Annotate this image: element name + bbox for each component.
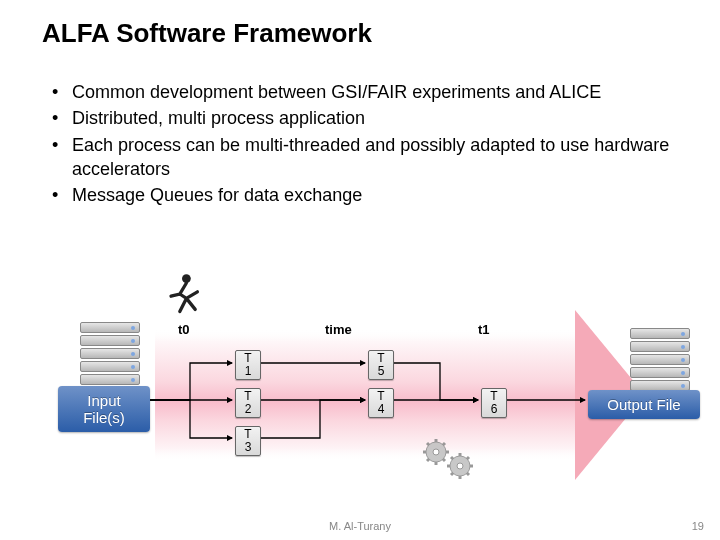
- time-start-label: t0: [178, 322, 190, 337]
- time-end-label: t1: [478, 322, 490, 337]
- input-file-label: InputFile(s): [58, 386, 150, 432]
- task-t3: T3: [235, 426, 261, 456]
- timeline-arrow-body: [155, 330, 575, 460]
- svg-line-10: [427, 443, 429, 445]
- svg-line-19: [467, 457, 469, 459]
- bullet-item: Message Queues for data exchange: [46, 183, 696, 207]
- page-number: 19: [692, 520, 704, 532]
- bullet-item: Common development between GSI/FAIR expe…: [46, 80, 696, 104]
- task-t4: T4: [368, 388, 394, 418]
- bullet-item: Each process can be multi-threaded and p…: [46, 133, 696, 182]
- svg-point-12: [457, 463, 463, 469]
- bullet-item: Distributed, multi process application: [46, 106, 696, 130]
- footer-author: M. Al-Turany: [0, 520, 720, 532]
- diagram-stage: t0 time t1 InputFile(s) Output File T1: [0, 270, 720, 520]
- svg-line-20: [451, 457, 453, 459]
- output-disk-icon: [630, 328, 690, 393]
- task-t1: T1: [235, 350, 261, 380]
- task-t2: T2: [235, 388, 261, 418]
- bullet-list: Common development between GSI/FAIR expe…: [46, 80, 696, 209]
- task-t5: T5: [368, 350, 394, 380]
- svg-point-2: [433, 449, 439, 455]
- output-file-label: Output File: [588, 390, 700, 419]
- svg-line-17: [467, 473, 469, 475]
- page-title: ALFA Software Framework: [42, 18, 372, 49]
- svg-line-7: [443, 459, 445, 461]
- runner-icon: [160, 272, 204, 316]
- svg-line-8: [427, 459, 429, 461]
- gears-icon: [418, 436, 482, 484]
- input-disk-icon: [80, 322, 140, 387]
- svg-line-9: [443, 443, 445, 445]
- time-center-label: time: [325, 322, 352, 337]
- svg-line-18: [451, 473, 453, 475]
- task-t6: T6: [481, 388, 507, 418]
